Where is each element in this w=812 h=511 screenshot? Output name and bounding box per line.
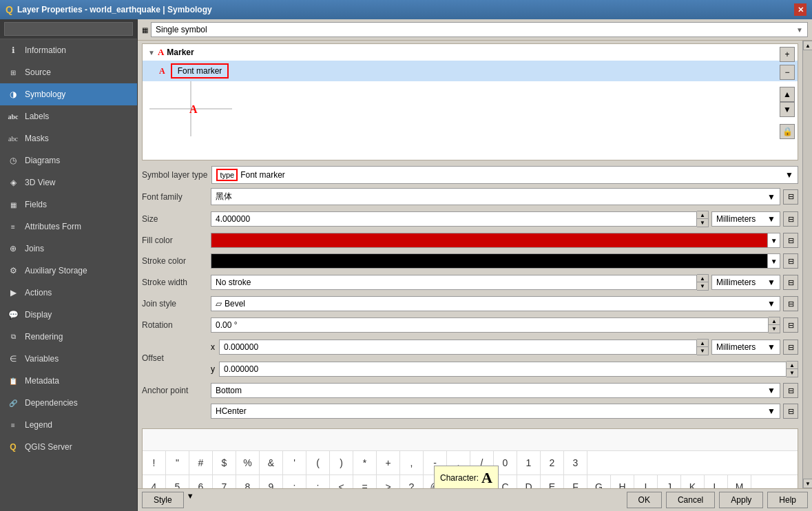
sidebar-item-display[interactable]: 💬 Display (0, 304, 137, 326)
char-cell[interactable]: 7 (213, 475, 236, 488)
stroke-color-swatch[interactable] (211, 253, 768, 269)
char-cell[interactable]: 6 (189, 475, 213, 488)
fill-color-copy-button[interactable]: ⊟ (783, 233, 798, 248)
char-cell[interactable]: & (260, 451, 283, 474)
sidebar-item-masks[interactable]: abc Masks (0, 127, 137, 149)
size-input[interactable] (211, 211, 697, 227)
sidebar-item-joins[interactable]: ⊕ Joins (0, 238, 137, 260)
sidebar-item-3dview[interactable]: ◈ 3D View (0, 171, 137, 194)
sidebar-item-legend[interactable]: ≡ Legend (0, 414, 137, 436)
char-cell[interactable]: ; (306, 475, 330, 488)
stroke-width-up-button[interactable]: ▲ (697, 275, 708, 282)
char-cell[interactable]: ( (306, 451, 330, 474)
char-cell[interactable]: G (587, 475, 611, 488)
scroll-up-button[interactable]: ▲ (803, 41, 812, 50)
char-cell[interactable]: : (283, 475, 306, 488)
style-button[interactable]: Style (142, 492, 184, 508)
font-family-copy-button[interactable]: ⊟ (783, 189, 798, 205)
char-cell[interactable]: " (166, 451, 189, 474)
fill-color-dropdown-button[interactable]: ▼ (768, 233, 780, 248)
char-cell[interactable]: * (353, 451, 377, 474)
rotation-copy-button[interactable]: ⊟ (783, 317, 798, 333)
lock-button[interactable]: 🔒 (780, 124, 795, 139)
sidebar-item-rendering[interactable]: ⧉ Rendering (0, 326, 137, 348)
help-button[interactable]: Help (767, 492, 808, 508)
remove-symbol-button[interactable]: − (780, 65, 795, 80)
char-cell[interactable]: ' (283, 451, 306, 474)
anchor-v-copy-button[interactable]: ⊟ (783, 383, 798, 398)
rotation-up-button[interactable]: ▲ (769, 317, 780, 325)
sidebar-item-actions[interactable]: ▶ Actions (0, 282, 137, 304)
search-input[interactable] (4, 22, 133, 36)
char-cell[interactable]: 5 (166, 475, 189, 488)
move-down-button[interactable]: ▼ (780, 102, 795, 117)
sidebar-item-fields[interactable]: ▦ Fields (0, 194, 137, 216)
char-cell[interactable]: I (634, 475, 658, 488)
char-cell[interactable]: 1 (517, 451, 541, 474)
offset-copy-button[interactable]: ⊟ (783, 340, 798, 355)
stroke-color-copy-button[interactable]: ⊟ (783, 253, 798, 269)
char-cell[interactable]: ? (400, 475, 424, 488)
char-cell[interactable]: L (705, 475, 728, 488)
char-cell[interactable]: M (728, 475, 751, 488)
sidebar-item-labels[interactable]: abc Labels (0, 105, 137, 127)
sidebar-item-variables[interactable]: ∈ Variables (0, 348, 137, 370)
char-cell[interactable]: < (330, 475, 353, 488)
char-cell[interactable]: 4 (143, 475, 166, 488)
apply-button[interactable]: Apply (719, 492, 763, 508)
offset-y-input[interactable] (219, 362, 787, 377)
char-cell[interactable]: 3 (564, 451, 587, 474)
rotation-down-button[interactable]: ▼ (769, 325, 780, 333)
join-style-dropdown[interactable]: ▱ Bevel ▼ (211, 296, 780, 311)
char-cell[interactable]: 8 (236, 475, 260, 488)
char-cell[interactable]: $ (213, 451, 236, 474)
sidebar-item-attributes-form[interactable]: ≡ Attributes Form (0, 216, 137, 238)
offset-unit-dropdown[interactable]: Millimeters ▼ (711, 340, 780, 355)
anchor-v-dropdown[interactable]: Bottom ▼ (211, 383, 780, 398)
char-cell[interactable]: J (658, 475, 681, 488)
add-symbol-button[interactable]: + (780, 47, 795, 62)
char-cell[interactable]: 9 (260, 475, 283, 488)
sidebar-item-diagrams[interactable]: ◷ Diagrams (0, 149, 137, 171)
sidebar-item-information[interactable]: ℹ Information (0, 39, 137, 61)
char-cell[interactable]: + (377, 451, 400, 474)
sidebar-item-source[interactable]: ⊞ Source (0, 61, 137, 83)
offset-x-up-button[interactable]: ▲ (697, 340, 708, 347)
sidebar-item-symbology[interactable]: ◑ Symbology (0, 83, 137, 105)
char-cell[interactable]: > (377, 475, 400, 488)
char-cell[interactable]: D (517, 475, 541, 488)
sidebar-item-dependencies[interactable]: 🔗 Dependencies (0, 392, 137, 414)
size-copy-button[interactable]: ⊟ (783, 211, 798, 227)
char-cell[interactable]: ) (330, 451, 353, 474)
stroke-color-dropdown-button[interactable]: ▼ (768, 253, 780, 269)
vertical-scrollbar[interactable]: ▲ ▼ (802, 41, 812, 488)
char-cell[interactable]: E (541, 475, 564, 488)
font-marker-row[interactable]: A Font marker (143, 61, 798, 81)
char-cell[interactable]: K (681, 475, 705, 488)
size-unit-dropdown[interactable]: Millimeters ▼ (711, 211, 780, 227)
offset-x-down-button[interactable]: ▼ (697, 347, 708, 355)
sidebar-item-metadata[interactable]: 📋 Metadata (0, 370, 137, 392)
offset-x-input[interactable] (219, 340, 697, 355)
rotation-input[interactable] (211, 317, 769, 333)
marker-row[interactable]: ▼ A Marker (143, 44, 798, 61)
char-cell[interactable]: F (564, 475, 587, 488)
style-dropdown-arrow[interactable]: ▼ (187, 492, 194, 508)
char-cell[interactable]: % (236, 451, 260, 474)
char-cell[interactable]: H (611, 475, 634, 488)
font-family-dropdown[interactable]: 黑体 ▼ (211, 188, 780, 205)
move-up-button[interactable]: ▲ (780, 87, 795, 102)
stroke-width-down-button[interactable]: ▼ (697, 282, 708, 290)
stroke-width-copy-button[interactable]: ⊟ (783, 275, 798, 290)
offset-y-down-button[interactable]: ▼ (787, 369, 798, 377)
char-cell[interactable]: = (353, 475, 377, 488)
char-cell[interactable]: # (189, 451, 213, 474)
symbol-layer-type-dropdown[interactable]: type Font marker ▼ (211, 166, 798, 184)
ok-button[interactable]: OK (627, 492, 662, 508)
size-down-button[interactable]: ▼ (697, 219, 708, 227)
char-cell[interactable]: ! (143, 451, 166, 474)
stroke-unit-dropdown[interactable]: Millimeters ▼ (711, 275, 780, 290)
sidebar-item-qgis-server[interactable]: Q QGIS Server (0, 436, 137, 458)
symbol-type-dropdown[interactable]: Single symbol ▼ (151, 22, 808, 37)
char-cell[interactable]: 2 (541, 451, 564, 474)
